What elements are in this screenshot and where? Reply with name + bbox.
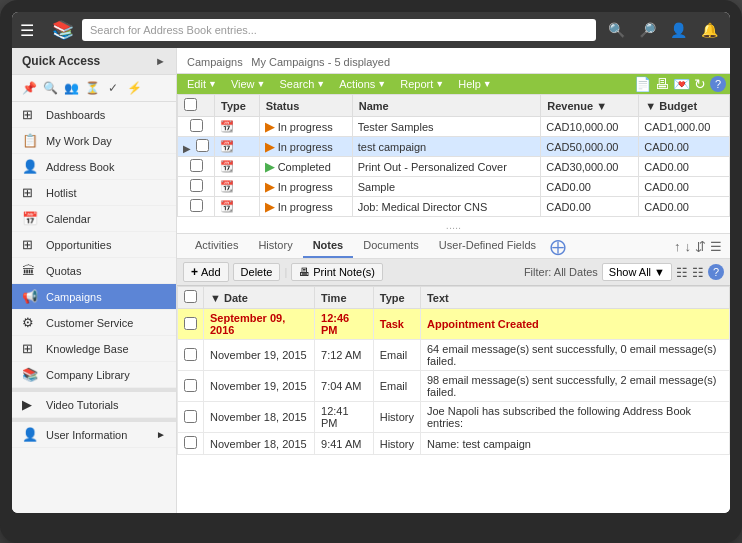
- scroll-down-icon[interactable]: ↓: [685, 239, 692, 254]
- tab-notes[interactable]: Notes: [303, 234, 354, 258]
- view-button[interactable]: View ▼: [225, 76, 272, 92]
- sidebar-item-video-tutorials[interactable]: ▶ Video Tutorials: [12, 392, 176, 418]
- filter-options-icon[interactable]: ☷: [676, 265, 688, 280]
- edit-button[interactable]: Edit ▼: [181, 76, 223, 92]
- sidebar-item-calendar[interactable]: 📅 Calendar: [12, 206, 176, 232]
- notes-col-checkbox[interactable]: [178, 287, 204, 309]
- notes-col-text[interactable]: Text: [420, 287, 729, 309]
- find-icon[interactable]: 🔎: [635, 20, 660, 40]
- row-checkbox[interactable]: [190, 199, 203, 212]
- notes-col-type[interactable]: Type: [373, 287, 420, 309]
- notes-row-checkbox[interactable]: [184, 317, 197, 330]
- notes-row[interactable]: November 19, 2015 7:04 AM Email 98 email…: [178, 371, 730, 402]
- scroll-up-icon[interactable]: ↑: [674, 239, 681, 254]
- search-button[interactable]: Search ▼: [273, 76, 331, 92]
- search-icon[interactable]: 🔍: [604, 20, 629, 40]
- notes-col-date[interactable]: ▼ Date: [204, 287, 315, 309]
- notes-row[interactable]: November 19, 2015 7:12 AM Email 64 email…: [178, 340, 730, 371]
- show-all-button[interactable]: Show All ▼: [602, 263, 672, 281]
- notes-select-all[interactable]: [184, 290, 197, 303]
- sidebar-item-campaigns[interactable]: 📢 Campaigns: [12, 284, 176, 310]
- row-budget: CAD1,000.00: [639, 117, 730, 137]
- menu-icon[interactable]: ☰: [710, 239, 722, 254]
- sidebar-collapse-icon[interactable]: ►: [155, 55, 166, 67]
- excel-icon[interactable]: 📄: [634, 76, 651, 92]
- table-row[interactable]: 📆 ▶ Completed Print Out - Personalized C…: [178, 157, 730, 177]
- row-name[interactable]: Print Out - Personalized Cover: [352, 157, 541, 177]
- notes-row-checkbox[interactable]: [184, 436, 197, 449]
- tab-history[interactable]: History: [248, 234, 302, 258]
- notes-row[interactable]: November 18, 2015 9:41 AM History Name: …: [178, 433, 730, 455]
- sidebar-item-opportunities[interactable]: ⊞ Opportunities: [12, 232, 176, 258]
- sidebar-item-quotas[interactable]: 🏛 Quotas: [12, 258, 176, 284]
- search-bar: Search for Address Book entries...: [82, 19, 596, 41]
- col-name[interactable]: Name: [352, 95, 541, 117]
- contact-icon[interactable]: 👤: [666, 20, 691, 40]
- row-name[interactable]: Tester Samples: [352, 117, 541, 137]
- notes-filter: Filter: All Dates Show All ▼ ☷ ☷ ?: [524, 263, 724, 281]
- check-icon[interactable]: ✓: [104, 79, 122, 97]
- print-label: Print Note(s): [313, 266, 375, 278]
- notes-row-date: November 19, 2015: [204, 340, 315, 371]
- sidebar-item-hotlist[interactable]: ⊞ Hotlist: [12, 180, 176, 206]
- notes-row-checkbox[interactable]: [184, 410, 197, 423]
- delete-note-button[interactable]: Delete: [233, 263, 281, 281]
- col-revenue[interactable]: Revenue ▼: [541, 95, 639, 117]
- actions-button[interactable]: Actions ▼: [333, 76, 392, 92]
- notes-row[interactable]: November 18, 2015 12:41 PM History Joe N…: [178, 402, 730, 433]
- col-checkbox[interactable]: [178, 95, 215, 117]
- sidebar-item-label: Knowledge Base: [46, 343, 129, 355]
- sidebar-item-customer-service[interactable]: ⚙ Customer Service: [12, 310, 176, 336]
- col-budget[interactable]: ▼ Budget: [639, 95, 730, 117]
- timer-icon[interactable]: ⏳: [83, 79, 101, 97]
- col-type[interactable]: Type: [215, 95, 260, 117]
- add-tab-button[interactable]: ⨁: [550, 237, 566, 256]
- tab-documents[interactable]: Documents: [353, 234, 429, 258]
- bolt-icon[interactable]: ⚡: [125, 79, 143, 97]
- notes-table: ▼ Date Time Type Text September 09, 2016…: [177, 286, 730, 455]
- print-icon[interactable]: 🖶: [655, 76, 669, 92]
- resize-icon[interactable]: ⇵: [695, 239, 706, 254]
- row-checkbox[interactable]: [196, 139, 209, 152]
- notes-row-checkbox[interactable]: [184, 379, 197, 392]
- tab-activities[interactable]: Activities: [185, 234, 248, 258]
- zoom-icon[interactable]: 🔍: [41, 79, 59, 97]
- sidebar-item-address-book[interactable]: 👤 Address Book: [12, 154, 176, 180]
- hamburger-icon[interactable]: ☰: [20, 21, 44, 40]
- table-row[interactable]: 📆 ▶ In progress Tester Samples CAD10,000…: [178, 117, 730, 137]
- row-name[interactable]: Sample: [352, 177, 541, 197]
- refresh-icon[interactable]: ↻: [694, 76, 706, 92]
- table-row[interactable]: 📆 ▶ In progress Job: Medical Director CN…: [178, 197, 730, 217]
- notes-view-icon[interactable]: ☷: [692, 265, 704, 280]
- row-checkbox[interactable]: [190, 119, 203, 132]
- row-checkbox[interactable]: [190, 159, 203, 172]
- notes-help-icon[interactable]: ?: [708, 264, 724, 280]
- row-expand-icon[interactable]: ▶: [183, 143, 191, 154]
- sidebar-item-dashboards[interactable]: ⊞ Dashboards: [12, 102, 176, 128]
- row-name[interactable]: test campaign: [352, 137, 541, 157]
- question-icon[interactable]: ?: [710, 76, 726, 92]
- sidebar-item-user-information[interactable]: 👤 User Information ►: [12, 422, 176, 448]
- email-icon[interactable]: 💌: [673, 76, 690, 92]
- tab-user-defined[interactable]: User-Defined Fields: [429, 234, 546, 258]
- notes-row-checkbox[interactable]: [184, 348, 197, 361]
- row-checkbox-cell: [178, 157, 215, 177]
- table-row[interactable]: 📆 ▶ In progress Sample CAD0.00 CAD0.00: [178, 177, 730, 197]
- row-checkbox[interactable]: [190, 179, 203, 192]
- sidebar-item-company-library[interactable]: 📚 Company Library: [12, 362, 176, 388]
- row-name[interactable]: Job: Medical Director CNS: [352, 197, 541, 217]
- pin-icon[interactable]: 📌: [20, 79, 38, 97]
- notes-col-time[interactable]: Time: [315, 287, 374, 309]
- select-all-checkbox[interactable]: [184, 98, 197, 111]
- notes-row[interactable]: September 09, 2016 12:46 PM Task Appoint…: [178, 309, 730, 340]
- col-status[interactable]: Status: [259, 95, 352, 117]
- sidebar-item-knowledge-base[interactable]: ⊞ Knowledge Base: [12, 336, 176, 362]
- sidebar-item-my-work-day[interactable]: 📋 My Work Day: [12, 128, 176, 154]
- help-button[interactable]: Help ▼: [452, 76, 498, 92]
- group-icon[interactable]: 👥: [62, 79, 80, 97]
- add-note-button[interactable]: + Add: [183, 262, 229, 282]
- report-button[interactable]: Report ▼: [394, 76, 450, 92]
- print-notes-button[interactable]: 🖶 Print Note(s): [291, 263, 383, 281]
- bell-icon[interactable]: 🔔: [697, 20, 722, 40]
- table-row[interactable]: ▶ 📆 ▶ In progress test campaign CAD50,00…: [178, 137, 730, 157]
